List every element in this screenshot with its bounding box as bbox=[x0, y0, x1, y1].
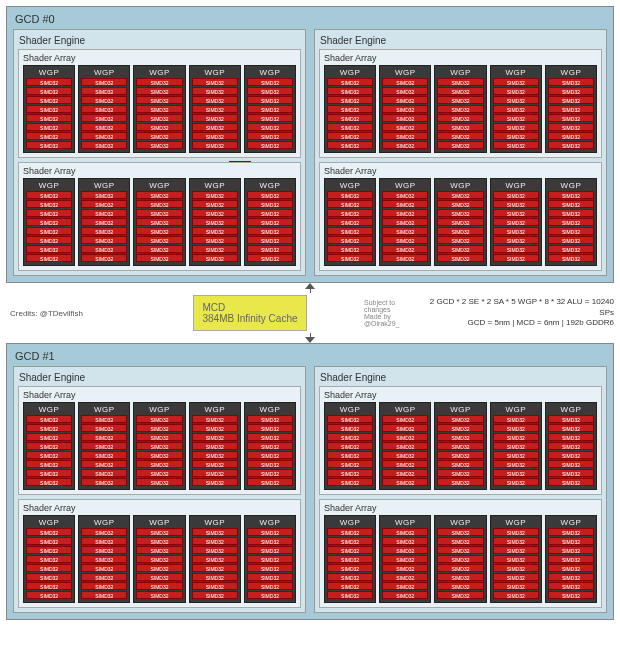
simd32-unit: SIMD32 bbox=[327, 141, 373, 149]
simd32-unit: SIMD32 bbox=[247, 478, 293, 486]
wgp-row: WGPSIMD32SIMD32SIMD32SIMD32SIMD32SIMD32S… bbox=[23, 65, 296, 153]
simd32-unit: SIMD32 bbox=[192, 451, 238, 459]
simd32-unit: SIMD32 bbox=[26, 105, 72, 113]
simd32-unit: SIMD32 bbox=[327, 546, 373, 554]
wgp: WGPSIMD32SIMD32SIMD32SIMD32SIMD32SIMD32S… bbox=[379, 515, 431, 603]
simd32-unit: SIMD32 bbox=[548, 227, 594, 235]
simd32-unit: SIMD32 bbox=[136, 218, 182, 226]
simd32-unit: SIMD32 bbox=[437, 218, 483, 226]
wgp-label: WGP bbox=[548, 181, 594, 191]
wgp: WGPSIMD32SIMD32SIMD32SIMD32SIMD32SIMD32S… bbox=[545, 65, 597, 153]
wgp-label: WGP bbox=[81, 181, 127, 191]
simd32-unit: SIMD32 bbox=[493, 78, 539, 86]
wgp: WGPSIMD32SIMD32SIMD32SIMD32SIMD32SIMD32S… bbox=[434, 515, 486, 603]
wgp-label: WGP bbox=[437, 518, 483, 528]
wgp: WGPSIMD32SIMD32SIMD32SIMD32SIMD32SIMD32S… bbox=[133, 178, 185, 266]
simd32-unit: SIMD32 bbox=[81, 478, 127, 486]
simd32-unit: SIMD32 bbox=[26, 123, 72, 131]
simd32-unit: SIMD32 bbox=[493, 96, 539, 104]
notes: Subject to changesMade by @Olrak29_ bbox=[364, 299, 423, 327]
simd32-unit: SIMD32 bbox=[493, 123, 539, 131]
simd32-unit: SIMD32 bbox=[382, 87, 428, 95]
simd32-unit: SIMD32 bbox=[136, 114, 182, 122]
wgp: WGPSIMD32SIMD32SIMD32SIMD32SIMD32SIMD32S… bbox=[379, 178, 431, 266]
simd32-unit: SIMD32 bbox=[437, 114, 483, 122]
simd32-unit: SIMD32 bbox=[548, 200, 594, 208]
simd32-unit: SIMD32 bbox=[81, 582, 127, 590]
simd32-unit: SIMD32 bbox=[247, 96, 293, 104]
wgp: WGPSIMD32SIMD32SIMD32SIMD32SIMD32SIMD32S… bbox=[379, 402, 431, 490]
simd32-unit: SIMD32 bbox=[247, 460, 293, 468]
shader-engine: Shader EngineShader ArrayWGPSIMD32SIMD32… bbox=[13, 29, 306, 276]
simd32-unit: SIMD32 bbox=[247, 245, 293, 253]
simd32-unit: SIMD32 bbox=[548, 141, 594, 149]
simd32-unit: SIMD32 bbox=[26, 209, 72, 217]
shader-engine: Shader EngineShader ArrayWGPSIMD32SIMD32… bbox=[314, 366, 607, 613]
simd32-unit: SIMD32 bbox=[493, 218, 539, 226]
wgp: WGPSIMD32SIMD32SIMD32SIMD32SIMD32SIMD32S… bbox=[23, 178, 75, 266]
simd32-unit: SIMD32 bbox=[437, 591, 483, 599]
simd32-unit: SIMD32 bbox=[327, 105, 373, 113]
simd32-unit: SIMD32 bbox=[548, 415, 594, 423]
wgp-label: WGP bbox=[26, 518, 72, 528]
simd32-unit: SIMD32 bbox=[247, 555, 293, 563]
simd32-unit: SIMD32 bbox=[327, 191, 373, 199]
simd32-unit: SIMD32 bbox=[327, 132, 373, 140]
simd32-unit: SIMD32 bbox=[437, 564, 483, 572]
simd32-unit: SIMD32 bbox=[327, 96, 373, 104]
simd32-unit: SIMD32 bbox=[136, 96, 182, 104]
simd32-unit: SIMD32 bbox=[493, 141, 539, 149]
simd32-unit: SIMD32 bbox=[327, 218, 373, 226]
simd32-unit: SIMD32 bbox=[382, 209, 428, 217]
mcd-subtitle: 384MB Infinity Cache bbox=[202, 313, 297, 324]
simd32-unit: SIMD32 bbox=[493, 433, 539, 441]
simd32-unit: SIMD32 bbox=[382, 573, 428, 581]
simd32-unit: SIMD32 bbox=[136, 191, 182, 199]
simd32-unit: SIMD32 bbox=[192, 87, 238, 95]
simd32-unit: SIMD32 bbox=[548, 573, 594, 581]
simd32-unit: SIMD32 bbox=[81, 209, 127, 217]
wgp: WGPSIMD32SIMD32SIMD32SIMD32SIMD32SIMD32S… bbox=[545, 515, 597, 603]
simd32-unit: SIMD32 bbox=[382, 582, 428, 590]
wgp-label: WGP bbox=[327, 68, 373, 78]
connector-bottom bbox=[6, 333, 614, 343]
simd32-unit: SIMD32 bbox=[493, 451, 539, 459]
spec-line-2: GCD = 5nm | MCD = 6nm | 192b GDDR6 bbox=[429, 318, 614, 328]
simd32-unit: SIMD32 bbox=[136, 591, 182, 599]
wgp-label: WGP bbox=[382, 518, 428, 528]
simd32-unit: SIMD32 bbox=[327, 209, 373, 217]
simd32-unit: SIMD32 bbox=[548, 191, 594, 199]
simd32-unit: SIMD32 bbox=[548, 460, 594, 468]
simd32-unit: SIMD32 bbox=[548, 528, 594, 536]
simd32-unit: SIMD32 bbox=[247, 442, 293, 450]
simd32-unit: SIMD32 bbox=[437, 415, 483, 423]
wgp-label: WGP bbox=[327, 518, 373, 528]
simd32-unit: SIMD32 bbox=[136, 141, 182, 149]
simd32-unit: SIMD32 bbox=[192, 564, 238, 572]
notes-wrap: Subject to changesMade by @Olrak29_2 GCD… bbox=[364, 297, 614, 328]
gcd-label: GCD #0 bbox=[13, 11, 607, 29]
simd32-unit: SIMD32 bbox=[247, 254, 293, 262]
wgp: WGPSIMD32SIMD32SIMD32SIMD32SIMD32SIMD32S… bbox=[189, 402, 241, 490]
simd32-unit: SIMD32 bbox=[26, 433, 72, 441]
simd32-unit: SIMD32 bbox=[548, 591, 594, 599]
shader-engine-label: Shader Engine bbox=[319, 371, 602, 386]
shader-array-label: Shader Array bbox=[23, 390, 296, 402]
simd32-unit: SIMD32 bbox=[247, 123, 293, 131]
simd32-unit: SIMD32 bbox=[493, 537, 539, 545]
simd32-unit: SIMD32 bbox=[192, 433, 238, 441]
simd32-unit: SIMD32 bbox=[192, 537, 238, 545]
simd32-unit: SIMD32 bbox=[382, 105, 428, 113]
mcd-block: MCD384MB Infinity Cache bbox=[193, 295, 306, 331]
shader-array: Shader ArrayWGPSIMD32SIMD32SIMD32SIMD32S… bbox=[319, 499, 602, 608]
simd32-unit: SIMD32 bbox=[437, 537, 483, 545]
simd32-unit: SIMD32 bbox=[493, 555, 539, 563]
simd32-unit: SIMD32 bbox=[26, 96, 72, 104]
simd32-unit: SIMD32 bbox=[493, 87, 539, 95]
simd32-unit: SIMD32 bbox=[382, 123, 428, 131]
simd32-unit: SIMD32 bbox=[192, 200, 238, 208]
simd32-unit: SIMD32 bbox=[247, 141, 293, 149]
simd32-unit: SIMD32 bbox=[327, 123, 373, 131]
simd32-unit: SIMD32 bbox=[437, 96, 483, 104]
simd32-unit: SIMD32 bbox=[26, 415, 72, 423]
